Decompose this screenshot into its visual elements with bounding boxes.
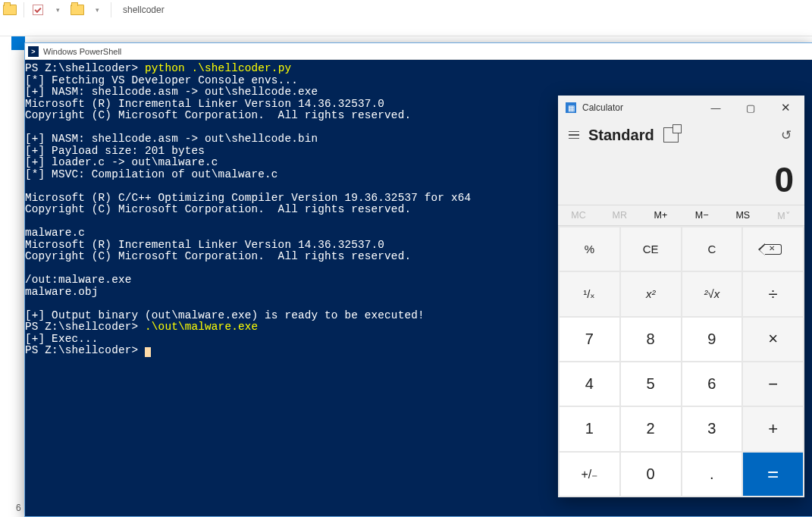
add-key[interactable]: + — [743, 407, 803, 450]
key-3[interactable]: 3 — [682, 407, 742, 450]
explorer-ribbon — [0, 20, 812, 36]
minimize-button[interactable]: — — [698, 96, 733, 120]
taskbar-app-icon[interactable] — [11, 36, 25, 50]
maximize-button[interactable]: ▢ — [733, 96, 768, 120]
key-8[interactable]: 8 — [621, 318, 681, 361]
keep-on-top-icon[interactable] — [663, 127, 679, 143]
square-key[interactable]: x² — [621, 272, 681, 315]
calculator-titlebar[interactable]: ▦ Calculator — ▢ ✕ — [558, 96, 804, 120]
mem-mc[interactable]: MC — [558, 205, 599, 225]
ce-key[interactable]: CE — [621, 227, 681, 271]
mode-label: Standard — [588, 127, 654, 144]
mem-mplus[interactable]: M+ — [640, 205, 681, 225]
calculator-icon: ▦ — [566, 102, 576, 113]
key-1[interactable]: 1 — [560, 407, 619, 450]
powershell-titlebar[interactable]: > Windows PowerShell — [25, 43, 812, 60]
key-4[interactable]: 4 — [560, 362, 619, 406]
qa-dropdown-icon[interactable]: ▾ — [51, 3, 64, 17]
powershell-icon: > — [28, 46, 39, 57]
multiply-key[interactable]: × — [743, 318, 803, 361]
explorer-titlebar: ▾ ▾ shellcoder — [0, 0, 812, 20]
close-button[interactable]: ✕ — [768, 96, 803, 120]
inverse-key[interactable]: ¹/ₓ — [560, 272, 619, 315]
qa-dropdown-icon[interactable]: ▾ — [90, 3, 104, 17]
bg-text: 6 — [16, 503, 21, 513]
powershell-title: Windows PowerShell — [43, 47, 121, 56]
sqrt-key[interactable]: ²√x — [682, 272, 742, 315]
mem-ms[interactable]: MS — [723, 205, 763, 225]
key-7[interactable]: 7 — [560, 318, 619, 361]
decimal-key[interactable]: . — [682, 453, 742, 496]
backspace-icon: ✕ — [765, 244, 782, 255]
backspace-key[interactable]: ✕ — [743, 227, 803, 271]
key-6[interactable]: 6 — [682, 362, 742, 406]
equals-key[interactable]: = — [743, 453, 803, 496]
plus-minus-key[interactable]: +/₋ — [560, 453, 619, 496]
calculator-mode-row: Standard ↺ — [558, 120, 804, 150]
key-5[interactable]: 5 — [621, 362, 681, 406]
c-key[interactable]: C — [682, 227, 742, 271]
mem-mr[interactable]: MR — [599, 205, 640, 225]
mem-mlist[interactable]: M˅ — [763, 205, 804, 225]
mem-mminus[interactable]: M− — [682, 205, 723, 225]
calculator-display: 0 — [558, 150, 804, 205]
subtract-key[interactable]: − — [743, 362, 803, 406]
memory-row: MC MR M+ M− MS M˅ — [558, 205, 804, 226]
percent-key[interactable]: % — [560, 227, 619, 271]
folder-icon — [3, 3, 17, 17]
calculator-window: ▦ Calculator — ▢ ✕ Standard ↺ 0 MC MR M+… — [558, 96, 804, 497]
folder-icon — [71, 3, 84, 17]
history-icon[interactable]: ↺ — [773, 127, 800, 143]
key-2[interactable]: 2 — [621, 407, 681, 450]
calculator-title: Calculator — [582, 102, 698, 113]
qa-checkbox-icon[interactable] — [31, 3, 45, 17]
explorer-title: shellcoder — [123, 5, 165, 15]
key-9[interactable]: 9 — [682, 318, 742, 361]
key-0[interactable]: 0 — [621, 453, 681, 496]
hamburger-icon[interactable] — [563, 131, 585, 139]
keypad: % CE C ✕ ¹/ₓ x² ²√x ÷ 7 8 9 × 4 5 6 − 1 … — [558, 226, 804, 497]
divide-key[interactable]: ÷ — [743, 272, 803, 315]
